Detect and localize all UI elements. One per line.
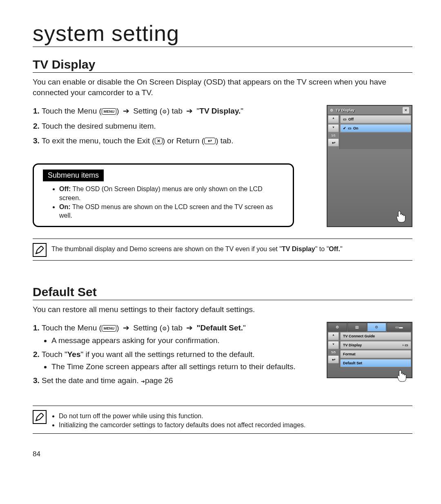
txt: ) or Return ( xyxy=(163,136,204,145)
gear-icon xyxy=(336,325,339,329)
txt: The OSD (On Screen Display) menus are on… xyxy=(59,185,263,201)
txt: On: xyxy=(59,203,71,210)
screenshot-default-set: ▤ ▭▬ 5/5 TV Connect Guide TV Display› ▭ … xyxy=(327,322,412,378)
txt: Off. xyxy=(329,245,340,252)
scroll-up-button[interactable] xyxy=(328,332,339,340)
hand-cursor-icon xyxy=(394,368,409,383)
txt: On xyxy=(353,126,359,130)
ds-step-2: Touch "Yes" if you want all the settings… xyxy=(42,348,317,372)
scroll-up-button[interactable] xyxy=(328,115,339,123)
txt: ) xyxy=(116,323,121,332)
tab-list[interactable]: ▤ xyxy=(347,323,367,332)
ds-step-1-bullet: A message appears asking for your confir… xyxy=(51,335,317,346)
note-icon xyxy=(33,243,47,257)
txt: " xyxy=(340,245,343,252)
tv-display-intro: You can enable or disable the On Screen … xyxy=(33,77,412,98)
tv-display-note: The thumbnail display and Demo screens a… xyxy=(33,239,412,261)
arrow-right-icon xyxy=(141,379,145,384)
menu-icon: MENU xyxy=(102,325,117,332)
menu-tv-connect-guide[interactable]: TV Connect Guide xyxy=(340,332,411,340)
ds-step-3: Set the date and time again. page 26 xyxy=(42,375,317,387)
txt: Touch the Menu ( xyxy=(42,323,102,332)
return-button[interactable] xyxy=(328,138,339,147)
txt: Setting ( xyxy=(131,107,162,115)
exit-icon xyxy=(155,138,163,144)
return-icon xyxy=(204,138,216,144)
txt: " xyxy=(194,107,199,115)
arrow-right-icon xyxy=(121,105,131,117)
txt: Set the date and time again. xyxy=(42,376,141,385)
gear-icon xyxy=(330,108,333,112)
option-on[interactable]: ✔▭On xyxy=(340,124,411,132)
txt: TV Display xyxy=(282,245,315,252)
txt: page 26 xyxy=(145,376,173,385)
page-number: 84 xyxy=(33,450,412,458)
section-title-default-set: Default Set xyxy=(33,285,412,300)
submenu-items-box: Submenu items Off: The OSD (On Screen Di… xyxy=(33,163,294,227)
default-set-note: Do not turn off the power while using th… xyxy=(33,406,412,434)
page-indicator: 1/1 xyxy=(327,133,339,138)
menu-format[interactable]: Format xyxy=(340,350,411,358)
txt: " xyxy=(241,107,243,115)
tv-step-3: To exit the menu, touch the Exit () or R… xyxy=(42,135,317,147)
txt: Yes xyxy=(67,350,81,359)
default-set-steps: Touch the Menu (MENU) Setting () tab "De… xyxy=(33,322,317,386)
page-indicator: 5/5 xyxy=(327,350,339,355)
txt: The OSD menus are shown on the LCD scree… xyxy=(59,203,273,219)
section-title-tv-display: TV Display xyxy=(33,58,412,73)
ds-step-2-bullet: The Time Zone screen appears after all s… xyxy=(51,361,317,372)
arrow-right-icon xyxy=(185,322,194,334)
txt: ) tab xyxy=(167,107,185,115)
txt: Setting ( xyxy=(131,323,162,332)
tab-battery[interactable]: ▭▬ xyxy=(387,323,412,332)
txt: ) xyxy=(116,107,121,115)
ds-note-1: Do not turn off the power while using th… xyxy=(59,412,305,421)
menu-default-set[interactable]: Default Set xyxy=(340,359,411,367)
txt: Off: xyxy=(59,185,71,192)
gear-icon xyxy=(375,325,378,329)
tv-step-2: Touch the desired submenu item. xyxy=(42,120,317,132)
screenshot-tv-display: TV Display 1/1 ▭Off ✔▭On xyxy=(327,105,412,227)
txt: ) tab xyxy=(167,323,185,332)
txt: " to " xyxy=(315,245,329,252)
arrow-right-icon xyxy=(121,322,131,334)
hand-cursor-icon xyxy=(393,208,408,224)
txt: " if you want all the settings returned … xyxy=(81,350,255,359)
tv-display-steps: Touch the Menu (MENU) Setting () tab "TV… xyxy=(33,105,317,147)
tab-gear[interactable] xyxy=(328,323,347,332)
txt: ) tab. xyxy=(216,136,233,145)
submenu-on: On: The OSD menus are shown on the LCD s… xyxy=(59,203,284,220)
default-set-intro: You can restore all menu settings to the… xyxy=(33,304,412,315)
submenu-off: Off: The OSD (On Screen Display) menus a… xyxy=(59,185,284,202)
note-icon xyxy=(33,410,47,424)
txt: Format xyxy=(343,352,356,356)
txt: TV Connect Guide xyxy=(343,334,375,338)
txt: TV Display. xyxy=(199,107,241,115)
ds-note-2: Initializing the camcorder settings to f… xyxy=(59,421,305,430)
ss-title: TV Display xyxy=(336,108,400,112)
gear-icon xyxy=(162,326,167,332)
gear-icon xyxy=(162,109,167,115)
option-off[interactable]: ▭Off xyxy=(340,115,411,123)
menu-tv-display[interactable]: TV Display› ▭ xyxy=(340,341,411,349)
menu-icon: MENU xyxy=(102,108,117,115)
txt: "Default Set. xyxy=(197,323,243,332)
txt: Off xyxy=(348,117,354,121)
txt: " xyxy=(243,323,246,332)
tab-settings[interactable] xyxy=(367,323,386,332)
txt: Touch " xyxy=(42,350,67,359)
txt: To exit the menu, touch the Exit ( xyxy=(42,136,155,145)
submenu-items-label: Submenu items xyxy=(43,169,104,181)
txt: TV Display xyxy=(343,343,362,347)
txt: Default Set xyxy=(343,361,362,365)
ds-step-1: Touch the Menu (MENU) Setting () tab "De… xyxy=(42,322,317,346)
scroll-down-button[interactable] xyxy=(328,341,339,349)
return-button[interactable] xyxy=(328,355,339,364)
scroll-down-button[interactable] xyxy=(328,124,339,132)
txt: Touch the Menu ( xyxy=(42,107,102,115)
txt: The thumbnail display and Demo screens a… xyxy=(51,245,282,252)
page-title: system setting xyxy=(33,20,412,47)
tv-step-1: Touch the Menu (MENU) Setting () tab "TV… xyxy=(42,105,317,117)
arrow-right-icon xyxy=(185,105,194,117)
close-icon[interactable] xyxy=(403,107,409,114)
